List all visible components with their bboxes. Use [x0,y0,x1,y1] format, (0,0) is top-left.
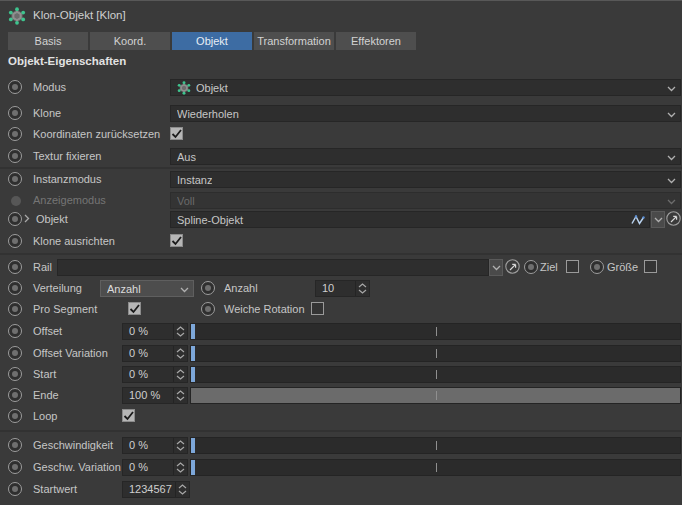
row-klone-ausrichten: Klone ausrichten [0,233,682,250]
verteilung-label: Verteilung [33,282,82,294]
offset-slider[interactable] [190,323,681,340]
startwert-value: 1234567 [129,482,172,497]
tab-effektoren[interactable]: Effektoren [336,32,416,50]
stepper-arrows-icon[interactable] [173,388,187,403]
stepper-arrows-icon[interactable] [355,281,369,296]
group-separator [0,430,682,432]
slider-handle[interactable] [191,460,195,475]
keyframe-dot[interactable] [8,409,22,423]
ende-spinner[interactable]: 100 % [122,387,188,404]
rail-pick-icon[interactable] [505,259,521,275]
geschwindigkeit-spinner[interactable]: 0 % [122,437,188,454]
keyframe-dot[interactable] [201,302,215,316]
row-koordinaten-zuruecksetzen: Koordinaten zurücksetzen [0,126,682,143]
start-slider[interactable] [190,366,681,383]
startwert-spinner[interactable]: 1234567 [122,481,190,498]
anzahl-value: 10 [322,281,334,296]
ende-slider[interactable] [190,387,681,404]
weiche-rotation-checkbox[interactable] [311,302,324,315]
stepper-arrows-icon[interactable] [173,367,187,382]
keyframe-dot[interactable] [8,260,22,274]
offset-variation-spinner[interactable]: 0 % [122,345,188,362]
chevron-down-icon [667,112,676,118]
keyframe-dot[interactable] [8,302,22,316]
pro-segment-checkbox[interactable] [128,302,141,315]
row-geschw-variation: Geschw. Variation 0 % [0,459,682,476]
expander-icon[interactable] [24,214,30,223]
slider-handle[interactable] [191,438,195,453]
koordinaten-label: Koordinaten zurücksetzen [33,128,160,140]
stepper-arrows-icon[interactable] [173,438,187,453]
keyframe-dot[interactable] [524,260,538,274]
koordinaten-checkbox[interactable] [170,127,183,140]
groesse-checkbox[interactable] [644,260,657,273]
tab-basis[interactable]: Basis [8,32,88,50]
stepper-arrows-icon[interactable] [173,460,187,475]
modus-dropdown[interactable]: Objekt [170,79,681,96]
anzeigemodus-label: Anzeigemodus [33,194,106,206]
keyframe-dot[interactable] [8,149,22,163]
objekt-link-field[interactable]: Spline-Objekt [170,211,650,228]
slider-handle[interactable] [191,367,195,382]
keyframe-dot[interactable] [8,234,22,248]
textur-dropdown[interactable]: Aus [170,148,681,165]
offset-variation-slider[interactable] [190,345,681,362]
ziel-label: Ziel [540,261,558,273]
keyframe-dot[interactable] [8,482,22,496]
keyframe-dot[interactable] [8,106,22,120]
loop-checkbox[interactable] [122,409,135,422]
instanzmodus-dropdown[interactable]: Instanz [170,171,681,188]
rail-link-field[interactable] [57,259,489,276]
rail-link-menu-button[interactable] [489,259,503,276]
row-textur-fixieren: Textur fixieren Aus [0,148,682,165]
keyframe-dot[interactable] [8,367,22,381]
attribute-manager-panel: Klon-Objekt [Klon] Basis Koord. Objekt T… [0,0,682,505]
keyframe-dot[interactable] [8,438,22,452]
slider-center-tick [436,370,437,379]
klone-ausrichten-label: Klone ausrichten [33,235,115,247]
tab-objekt[interactable]: Objekt [172,32,252,50]
slider-handle[interactable] [191,324,195,339]
start-value: 0 % [129,367,148,382]
stepper-arrows-icon[interactable] [175,482,189,497]
textur-value: Aus [177,151,196,163]
stepper-arrows-icon[interactable] [173,346,187,361]
chevron-down-icon [667,199,676,205]
tab-koord[interactable]: Koord. [90,32,170,50]
geschw-variation-spinner[interactable]: 0 % [122,459,188,476]
weiche-rotation-label: Weiche Rotation [224,303,305,315]
keyframe-dot[interactable] [8,127,22,141]
keyframe-dot[interactable] [8,80,22,94]
klone-value: Wiederholen [177,108,239,120]
keyframe-dot[interactable] [201,281,215,295]
offset-spinner[interactable]: 0 % [122,323,188,340]
objekt-link-menu-button[interactable] [651,211,665,228]
groesse-label: Größe [607,261,638,273]
keyframe-dot[interactable] [8,172,22,186]
ziel-checkbox[interactable] [566,260,579,273]
start-spinner[interactable]: 0 % [122,366,188,383]
klone-dropdown[interactable]: Wiederholen [170,105,681,122]
keyframe-dot[interactable] [590,260,604,274]
instanzmodus-value: Instanz [177,174,212,186]
group-separator [0,167,682,169]
keyframe-dot[interactable] [8,346,22,360]
stepper-arrows-icon[interactable] [173,324,187,339]
keyframe-dot[interactable] [8,324,22,338]
row-start: Start 0 % [0,366,682,383]
klone-ausrichten-checkbox[interactable] [170,234,183,247]
objekt-pick-icon[interactable] [666,211,682,227]
keyframe-dot[interactable] [8,281,22,295]
keyframe-dot [11,196,21,206]
instanzmodus-label: Instanzmodus [33,173,101,185]
verteilung-dropdown[interactable]: Anzahl [100,280,194,297]
chevron-down-icon [667,86,676,92]
geschw-variation-slider[interactable] [190,459,681,476]
keyframe-dot[interactable] [8,460,22,474]
tab-transformation[interactable]: Transformation [254,32,334,50]
slider-handle[interactable] [191,346,195,361]
anzahl-spinner[interactable]: 10 [315,280,370,297]
keyframe-dot[interactable] [8,388,22,402]
keyframe-dot[interactable] [8,212,22,226]
geschwindigkeit-slider[interactable] [190,437,681,454]
